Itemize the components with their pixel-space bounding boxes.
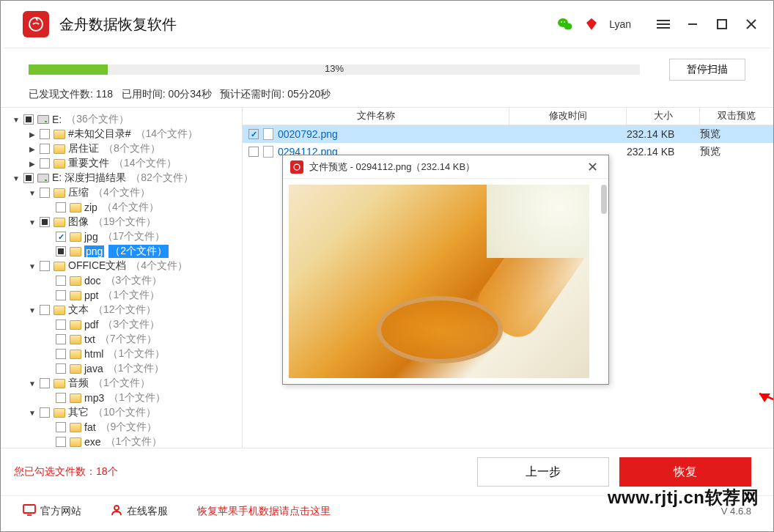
column-preview[interactable]: 双击预览 — [700, 108, 773, 125]
column-size[interactable]: 大小 — [627, 108, 700, 125]
expand-arrow-icon[interactable]: ▶ — [27, 145, 37, 153]
minimize-icon[interactable] — [685, 17, 700, 32]
apple-recovery-link[interactable]: 恢复苹果手机数据请点击这里 — [197, 505, 331, 518]
expand-arrow-icon[interactable]: ▼ — [27, 409, 37, 417]
column-time[interactable]: 修改时间 — [509, 108, 627, 125]
preview-body — [283, 179, 608, 384]
file-preview-link[interactable]: 预览 — [700, 145, 773, 158]
expand-arrow-icon[interactable]: ▶ — [27, 160, 37, 168]
tree-checkbox[interactable] — [56, 363, 66, 374]
tree-item[interactable]: png（2个文件） — [1, 244, 242, 259]
folder-icon — [54, 407, 65, 418]
tree-checkbox[interactable] — [40, 158, 50, 169]
tree-item[interactable]: java（1个文件） — [1, 361, 242, 376]
tree-checkbox[interactable] — [56, 202, 66, 213]
tree-item[interactable]: ▼图像（19个文件） — [1, 215, 242, 229]
tree-checkbox[interactable] — [40, 305, 50, 315]
preview-close-icon[interactable]: ✕ — [584, 159, 601, 175]
expand-arrow-icon[interactable]: ▼ — [27, 218, 37, 226]
expand-arrow-icon[interactable]: ▼ — [27, 380, 37, 388]
folder-icon — [54, 378, 65, 388]
tree-item[interactable]: ppt（1个文件） — [1, 288, 242, 303]
preview-titlebar[interactable]: 文件预览 - 0294112.png（232.14 KB） ✕ — [283, 155, 608, 179]
tree-item[interactable]: ▼E:（36个文件） — [1, 112, 242, 127]
tree-checkbox[interactable] — [56, 290, 66, 300]
tree-item[interactable]: doc（3个文件） — [1, 273, 242, 288]
tree-item[interactable]: html（1个文件） — [1, 347, 242, 361]
tree-checkbox[interactable] — [56, 422, 66, 432]
file-name: 0020792.png — [278, 128, 509, 140]
expand-arrow-icon[interactable]: ▼ — [27, 262, 37, 270]
tree-item[interactable]: ▼压缩（4个文件） — [1, 185, 242, 200]
tree-item[interactable]: exe（1个文件） — [1, 435, 242, 448]
file-row[interactable]: 0020792.png232.14 KB预览 — [243, 125, 773, 143]
maximize-icon[interactable] — [715, 17, 729, 32]
tree-checkbox[interactable] — [40, 129, 50, 139]
file-checkbox[interactable] — [248, 147, 259, 157]
expand-arrow-icon[interactable]: ▼ — [11, 116, 21, 124]
tree-item[interactable]: ▶#未知父目录#（14个文件） — [1, 127, 242, 141]
tree-checkbox[interactable] — [40, 188, 50, 198]
official-site-link[interactable]: 官方网站 — [23, 504, 81, 518]
expand-arrow-icon[interactable]: ▼ — [11, 174, 21, 182]
svg-point-17 — [114, 506, 119, 510]
tree-item[interactable]: jpg（17个文件） — [1, 229, 242, 244]
tree-checkbox[interactable] — [56, 437, 66, 447]
menu-icon[interactable] — [656, 17, 671, 32]
tree-checkbox[interactable] — [56, 232, 66, 242]
recover-button[interactable]: 恢复 — [619, 457, 751, 487]
online-chat-link[interactable]: 在线客服 — [111, 504, 168, 518]
tree-count: （4个文件） — [93, 186, 150, 199]
column-name[interactable]: 文件名称 — [243, 108, 509, 125]
expand-arrow-icon[interactable]: ▶ — [27, 130, 37, 138]
tree-checkbox[interactable] — [56, 276, 66, 286]
tree-checkbox[interactable] — [56, 319, 66, 330]
tree-checkbox[interactable] — [40, 261, 50, 271]
close-icon[interactable] — [744, 17, 759, 32]
tree-count: （1个文件） — [108, 362, 165, 375]
tree-item[interactable]: ▼文本（12个文件） — [1, 303, 242, 317]
tree-item[interactable]: ▶重要文件（14个文件） — [1, 156, 242, 171]
tree-checkbox[interactable] — [40, 217, 50, 227]
tree-checkbox[interactable] — [56, 246, 66, 256]
tree-checkbox[interactable] — [40, 407, 50, 418]
tree-item[interactable]: txt（7个文件） — [1, 332, 242, 347]
file-preview-link[interactable]: 预览 — [700, 128, 773, 141]
tree-item[interactable]: ▶居住证（8个文件） — [1, 141, 242, 156]
gem-icon[interactable] — [584, 17, 599, 32]
tree-count: （12个文件） — [93, 303, 156, 317]
app-logo-icon — [23, 11, 49, 37]
tree-count: （9个文件） — [100, 421, 158, 434]
file-checkbox[interactable] — [248, 129, 259, 139]
tree-item[interactable]: ▼其它（10个文件） — [1, 405, 242, 420]
preview-scrollbar[interactable] — [601, 185, 607, 378]
tree-label: 压缩 — [68, 186, 89, 199]
tree-count: （36个文件） — [66, 113, 129, 126]
progress-fill — [29, 64, 108, 75]
tree-item[interactable]: ▼E: 深度扫描结果（82个文件） — [1, 171, 242, 185]
tree-item[interactable]: fat（9个文件） — [1, 420, 242, 435]
expand-arrow-icon[interactable]: ▼ — [27, 189, 37, 197]
file-icon — [263, 146, 273, 158]
tree-label: pdf — [84, 319, 98, 330]
tree-checkbox[interactable] — [56, 349, 66, 359]
previous-button[interactable]: 上一步 — [477, 457, 609, 487]
expand-arrow-icon[interactable]: ▼ — [27, 306, 37, 314]
tree-item[interactable]: pdf（3个文件） — [1, 317, 242, 332]
tree-item[interactable]: ▼音频（1个文件） — [1, 376, 242, 391]
tree-item[interactable]: mp3（1个文件） — [1, 391, 242, 405]
tree-checkbox[interactable] — [56, 393, 66, 403]
tree-checkbox[interactable] — [56, 334, 66, 344]
tree-checkbox[interactable] — [23, 114, 34, 125]
tree-item[interactable]: ▼OFFICE文档（4个文件） — [1, 259, 242, 273]
folder-icon — [54, 261, 65, 271]
svg-rect-9 — [718, 20, 726, 29]
wechat-icon[interactable] — [556, 15, 574, 33]
tree-item[interactable]: zip（4个文件） — [1, 200, 242, 215]
tree-checkbox[interactable] — [40, 378, 50, 388]
tree-checkbox[interactable] — [23, 173, 34, 183]
tree-checkbox[interactable] — [40, 144, 50, 154]
folder-tree[interactable]: ▼E:（36个文件）▶#未知父目录#（14个文件）▶居住证（8个文件）▶重要文件… — [1, 108, 243, 448]
pause-scan-button[interactable]: 暂停扫描 — [669, 59, 745, 81]
user-name[interactable]: Lyan — [609, 18, 631, 30]
